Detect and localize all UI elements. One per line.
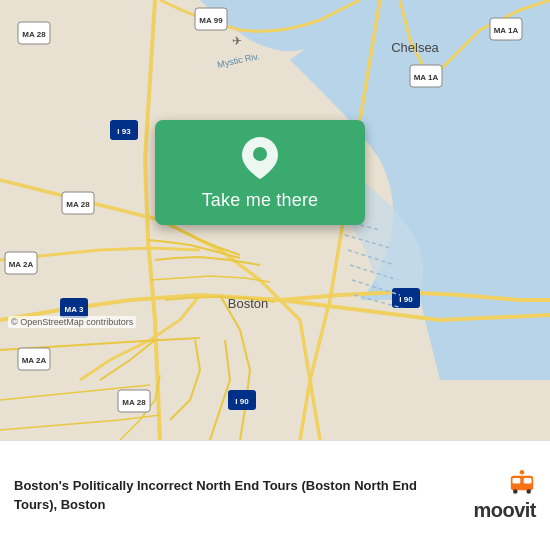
svg-text:MA 1A: MA 1A (414, 73, 439, 82)
svg-rect-39 (512, 478, 520, 484)
svg-text:Chelsea: Chelsea (391, 40, 439, 55)
svg-text:I 90: I 90 (235, 397, 249, 406)
svg-text:✈: ✈ (232, 34, 242, 48)
svg-rect-40 (524, 478, 532, 484)
svg-text:MA 28: MA 28 (66, 200, 90, 209)
svg-text:MA 2A: MA 2A (22, 356, 47, 365)
take-me-there-button[interactable]: Take me there (202, 190, 319, 211)
place-info: Boston's Politically Incorrect North End… (14, 477, 463, 513)
svg-point-42 (526, 489, 530, 493)
svg-text:MA 2A: MA 2A (9, 260, 34, 269)
svg-text:Boston: Boston (228, 296, 268, 311)
svg-point-43 (520, 470, 524, 474)
map-attribution: © OpenStreetMap contributors (8, 316, 136, 328)
location-pin-icon (238, 136, 282, 180)
svg-point-37 (253, 147, 267, 161)
svg-text:MA 28: MA 28 (122, 398, 146, 407)
svg-text:MA 28: MA 28 (22, 30, 46, 39)
moovit-brand-label: moovit (473, 499, 536, 522)
svg-text:MA 1A: MA 1A (494, 26, 519, 35)
popup-card[interactable]: Take me there (155, 120, 365, 225)
bottom-info-bar: Boston's Politically Incorrect North End… (0, 440, 550, 550)
place-name: Boston's Politically Incorrect North End… (14, 477, 463, 513)
map-container: MA 28 MA 99 MA 1A MA 1A I 93 MA 2A MA 28… (0, 0, 550, 440)
moovit-logo: moovit (473, 469, 536, 522)
svg-point-41 (513, 489, 517, 493)
svg-text:MA 3: MA 3 (65, 305, 84, 314)
svg-text:I 93: I 93 (117, 127, 131, 136)
svg-text:MA 99: MA 99 (199, 16, 223, 25)
moovit-logo-icon (508, 469, 536, 497)
svg-text:I 90: I 90 (399, 295, 413, 304)
